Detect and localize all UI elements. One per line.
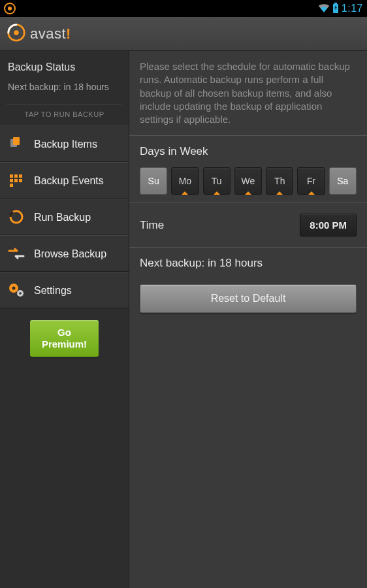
sidebar-nav: Backup Items Backup Events xyxy=(0,125,129,308)
svg-rect-1 xyxy=(334,3,337,4)
sidebar-item-backup-items[interactable]: Backup Items xyxy=(0,125,129,162)
svg-rect-10 xyxy=(14,179,18,182)
day-selected-indicator-icon xyxy=(276,191,283,195)
sidebar-item-browse-backup[interactable]: Browse Backup xyxy=(0,235,129,272)
app-brand-text: avast! xyxy=(30,25,71,42)
svg-point-15 xyxy=(12,287,16,290)
sidebar-item-label: Settings xyxy=(34,285,72,297)
sidebar-item-label: Backup Items xyxy=(34,139,97,150)
svg-rect-9 xyxy=(10,179,13,182)
notification-avast-icon xyxy=(4,3,16,14)
time-row: Time 8:00 PM xyxy=(129,203,367,247)
tap-to-run-hint: TAP TO RUN BACKUP xyxy=(0,105,129,125)
day-toggle-su[interactable]: Su xyxy=(140,167,167,195)
sidebar-item-label: Browse Backup xyxy=(34,248,106,260)
day-toggle-sa[interactable]: Sa xyxy=(329,167,357,195)
android-status-bar: 1:17 xyxy=(0,0,367,17)
browse-backup-icon xyxy=(8,245,25,262)
day-toggle-we[interactable]: We xyxy=(234,167,262,195)
svg-rect-12 xyxy=(10,184,13,187)
settings-icon xyxy=(8,282,25,299)
backup-status-title: Backup Status xyxy=(8,60,121,74)
day-selected-indicator-icon xyxy=(214,191,220,195)
app-title-bar: avast! xyxy=(0,17,367,51)
sidebar-item-settings[interactable]: Settings xyxy=(0,272,129,308)
wifi-icon xyxy=(318,3,330,14)
svg-point-17 xyxy=(19,293,22,295)
time-label: Time xyxy=(140,219,164,232)
sidebar-item-label: Backup Events xyxy=(34,175,104,187)
status-clock: 1:17 xyxy=(342,3,363,14)
run-backup-icon xyxy=(8,208,25,225)
day-toggle-th[interactable]: Th xyxy=(266,167,293,195)
svg-rect-5 xyxy=(13,137,20,145)
days-section: Days in Week SuMoTuWeThFrSa xyxy=(129,136,367,203)
day-selected-indicator-icon xyxy=(308,191,315,195)
days-in-week-label: Days in Week xyxy=(140,145,357,158)
next-backup-text: Next backup: in 18 hours xyxy=(129,248,367,284)
svg-point-3 xyxy=(14,30,19,35)
sidebar-item-run-backup[interactable]: Run Backup xyxy=(0,199,129,235)
day-toggle-mo[interactable]: Mo xyxy=(171,167,199,195)
backup-events-icon xyxy=(8,172,25,189)
time-picker-button[interactable]: 8:00 PM xyxy=(300,214,357,237)
days-row: SuMoTuWeThFrSa xyxy=(140,167,357,195)
backup-status-subtitle: Next backup: in 18 hours xyxy=(8,81,121,93)
svg-rect-6 xyxy=(10,174,13,178)
backup-items-icon xyxy=(8,135,25,152)
schedule-description: Please select the schedule for automatic… xyxy=(129,51,367,135)
main-content: Please select the schedule for automatic… xyxy=(129,51,367,588)
svg-rect-11 xyxy=(19,179,22,182)
svg-rect-7 xyxy=(14,174,18,178)
reset-to-default-button[interactable]: Reset to Default xyxy=(140,284,357,313)
avast-logo-icon xyxy=(7,23,26,45)
day-selected-indicator-icon xyxy=(182,191,188,195)
day-selected-indicator-icon xyxy=(245,191,251,195)
sidebar-item-label: Run Backup xyxy=(34,212,91,223)
sidebar-item-backup-events[interactable]: Backup Events xyxy=(0,162,129,199)
day-toggle-tu[interactable]: Tu xyxy=(203,167,231,195)
backup-status-block: Backup Status Next backup: in 18 hours xyxy=(0,51,129,101)
sidebar: Backup Status Next backup: in 18 hours T… xyxy=(0,51,129,588)
day-toggle-fr[interactable]: Fr xyxy=(297,167,325,195)
svg-rect-8 xyxy=(19,174,22,178)
battery-icon xyxy=(332,3,339,15)
go-premium-button[interactable]: Go Premium! xyxy=(30,320,99,357)
app-brand: avast! xyxy=(7,23,71,45)
